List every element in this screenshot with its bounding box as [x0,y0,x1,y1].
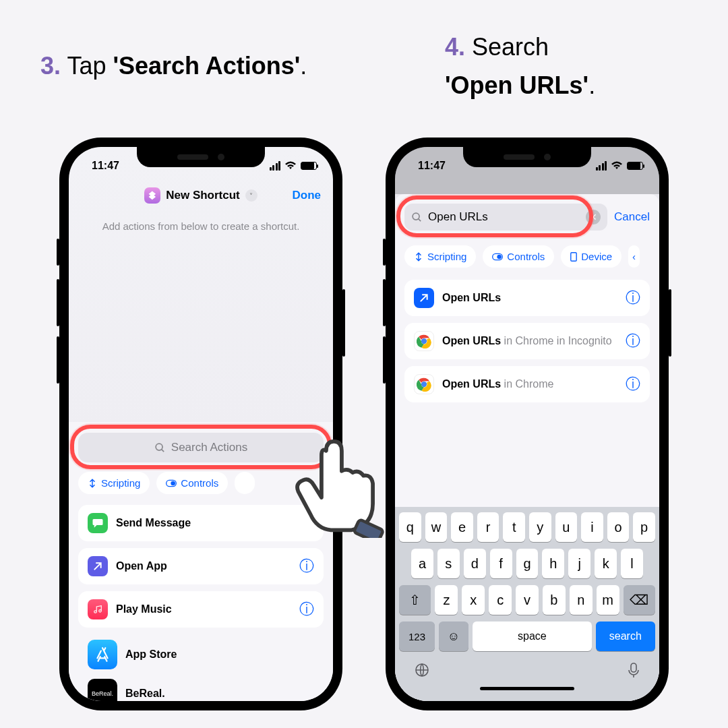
chip-more[interactable]: ‹ [628,245,640,268]
key-m[interactable]: m [597,585,619,615]
wifi-icon [284,160,297,172]
chrome-icon [414,374,434,394]
key-k[interactable]: k [595,549,617,578]
info-icon[interactable]: ⓘ [626,331,640,351]
key-v[interactable]: v [516,585,539,615]
wifi-icon [611,160,623,172]
page-title: New Shortcut [166,189,240,202]
svg-rect-4 [354,519,384,538]
key-c[interactable]: c [489,585,512,615]
bereal-icon: BeReal. [88,679,117,701]
result-open-urls-chrome-incognito[interactable]: Open URLs in Chrome in Incognito ⓘ [404,323,650,359]
step-bold: 'Search Actions' [113,52,300,80]
chip-scripting[interactable]: Scripting [404,245,476,268]
key-emoji[interactable]: ☺ [439,621,468,651]
home-indicator [480,687,574,690]
info-icon[interactable]: ⓘ [299,556,314,576]
kbd-row4: 123 ☺ space search [399,621,655,651]
key-b[interactable]: b [543,585,566,615]
key-shift[interactable]: ⇧ [399,585,431,615]
key-i[interactable]: i [581,512,603,542]
cancel-button[interactable]: Cancel [614,210,650,224]
clock: 11:47 [92,160,119,172]
key-g[interactable]: g [516,549,539,578]
step-num: 4. [445,33,465,61]
svg-rect-15 [631,663,636,672]
svg-point-5 [413,213,419,220]
key-z[interactable]: z [435,585,458,615]
chrome-icon [414,331,434,351]
key-r[interactable]: r [477,512,499,542]
nav-bar: New Shortcut ˅ Done [69,181,333,210]
key-123[interactable]: 123 [399,621,435,651]
keyboard: q w e r t y u i o p a s d f g h [395,507,659,701]
key-q[interactable]: q [399,512,421,542]
globe-icon[interactable] [414,662,430,681]
chevron-down-icon[interactable]: ˅ [245,189,257,202]
key-u[interactable]: u [555,512,578,542]
action-send-message[interactable]: Send Message [78,505,324,541]
message-icon [88,513,108,533]
result-open-urls-chrome[interactable]: Open URLs in Chrome ⓘ [404,366,650,402]
battery-icon [627,162,643,170]
key-o[interactable]: o [607,512,630,542]
key-t[interactable]: t [503,512,525,542]
result-open-urls[interactable]: Open URLs ⓘ [404,280,650,316]
action-open-app[interactable]: Open App ⓘ [78,548,324,584]
step-text: Search [472,33,549,61]
svg-point-3 [171,481,176,485]
svg-point-13 [421,382,427,387]
key-w[interactable]: w [425,512,448,542]
chip-more[interactable] [235,472,255,494]
key-backspace[interactable]: ⌫ [624,585,655,615]
key-f[interactable]: f [490,549,512,578]
step-4-heading: 4. Search 'Open URLs'. [445,31,595,102]
kbd-row2: a s d f g h j k l [399,549,655,578]
key-d[interactable]: d [464,549,486,578]
key-search[interactable]: search [596,621,655,651]
mic-icon[interactable] [627,662,640,681]
search-value: Open URLs [428,210,488,224]
key-h[interactable]: h [542,549,564,578]
clock: 11:47 [418,160,446,172]
key-j[interactable]: j [568,549,590,578]
svg-rect-9 [571,252,576,261]
kbd-row1: q w e r t y u i o p [399,512,655,542]
safari-icon [414,288,434,308]
clear-icon[interactable]: ✕ [586,210,601,224]
info-icon[interactable]: ⓘ [626,288,640,308]
chip-row: Scripting Controls [78,472,324,494]
key-e[interactable]: e [451,512,473,542]
search-icon [411,212,423,223]
search-input[interactable]: Open URLs ✕ [404,204,607,231]
key-n[interactable]: n [570,585,593,615]
info-icon[interactable]: ⓘ [299,599,314,619]
search-sheet: Open URLs ✕ Cancel Scripting Controls De… [395,194,659,701]
action-app-store[interactable]: App Store [78,634,324,672]
key-y[interactable]: y [529,512,551,542]
signal-icon [596,161,607,171]
info-icon[interactable]: ⓘ [626,374,640,394]
chip-scripting[interactable]: Scripting [78,472,150,494]
music-icon [88,599,108,619]
key-l[interactable]: l [621,549,643,578]
key-space[interactable]: space [473,621,592,651]
search-placeholder: Search Actions [171,441,247,454]
svg-point-0 [156,444,162,450]
chip-controls[interactable]: Controls [483,245,554,268]
key-p[interactable]: p [633,512,655,542]
appstore-icon [88,640,117,669]
action-play-music[interactable]: Play Music ⓘ [78,591,324,628]
chip-controls[interactable]: Controls [156,472,228,494]
chip-device[interactable]: Device [561,245,621,268]
key-a[interactable]: a [411,549,433,578]
search-actions-input[interactable]: Search Actions [78,433,324,462]
signal-icon [270,161,281,171]
key-s[interactable]: s [437,549,460,578]
results-list: Open URLs ⓘ Open URLs in Chrome in Incog… [404,280,650,402]
tap-hand-icon [290,437,384,538]
key-x[interactable]: x [462,585,485,615]
phone-right: 11:47 Open URLs ✕ Cancel [386,138,669,710]
action-bereal[interactable]: BeReal. BeReal. [78,679,324,701]
done-button[interactable]: Done [293,181,322,210]
